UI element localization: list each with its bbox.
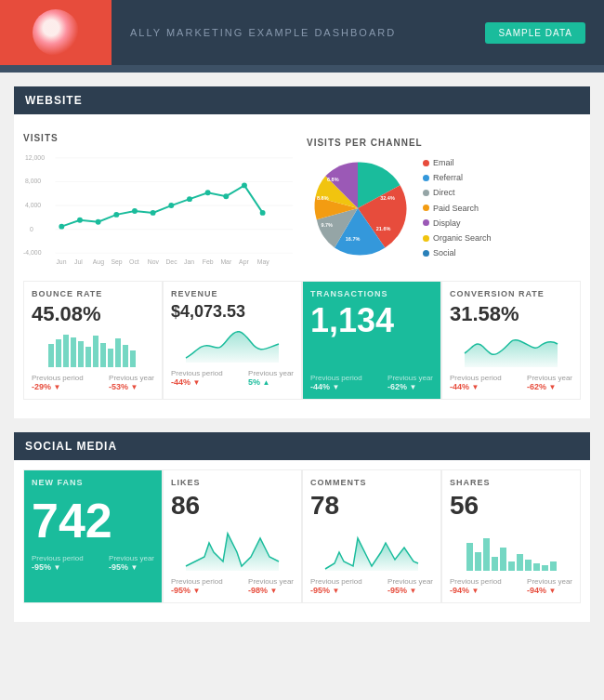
revenue-chart (171, 325, 294, 363)
svg-text:Nov: Nov (148, 258, 160, 265)
svg-rect-62 (550, 561, 557, 571)
svg-point-29 (187, 196, 192, 202)
svg-text:0: 0 (30, 226, 33, 232)
svg-text:6.8%: 6.8% (327, 177, 339, 182)
shares-value: 56 (450, 491, 572, 521)
conversion-chart (450, 330, 572, 367)
bounce-rate-footer: Previous period -29% ▼ Previous year -53… (32, 374, 154, 391)
svg-text:Jan: Jan (184, 258, 194, 265)
likes-value: 86 (171, 491, 294, 521)
svg-text:8.8%: 8.8% (317, 195, 329, 201)
likes-chart (171, 524, 294, 571)
shares-label: SHARES (450, 478, 572, 487)
likes-card: LIKES 86 Previous period (163, 469, 302, 603)
svg-rect-41 (56, 339, 61, 367)
comments-value: 78 (310, 491, 433, 521)
pie-legend: Email Referral Direct Paid Search Displa… (423, 155, 492, 260)
svg-rect-45 (85, 347, 91, 367)
comments-chart (310, 524, 433, 571)
new-fans-label: NEW FANS (32, 478, 154, 487)
svg-rect-49 (115, 338, 121, 367)
svg-text:16.7%: 16.7% (346, 236, 361, 242)
shares-chart (450, 524, 572, 571)
svg-rect-43 (71, 337, 76, 367)
svg-text:12,000: 12,000 (25, 154, 45, 161)
svg-point-31 (223, 193, 229, 199)
svg-text:Jun: Jun (56, 258, 66, 265)
svg-text:May: May (257, 258, 270, 266)
svg-rect-56 (500, 548, 506, 571)
revenue-card: REVENUE $4,073.53 Previous period (163, 281, 302, 400)
social-section-header: SOCIAL MEDIA (14, 432, 590, 460)
svg-point-22 (59, 224, 64, 230)
svg-text:4,000: 4,000 (25, 202, 41, 208)
website-section-header: WEBSITE (14, 86, 590, 114)
likes-footer: Previous period -95% ▼ Previous year -98… (171, 577, 294, 595)
svg-text:-4,000: -4,000 (23, 249, 42, 256)
svg-point-27 (151, 210, 156, 216)
pie-chart-area: VISITS PER CHANNEL (307, 133, 581, 271)
revenue-label: REVENUE (171, 289, 294, 298)
transactions-value: 1,134 (310, 302, 433, 339)
svg-rect-50 (123, 345, 128, 367)
conversion-rate-card: CONVERSION RATE 31.58% Previous period (441, 281, 581, 400)
svg-rect-61 (542, 565, 548, 571)
svg-text:8,000: 8,000 (25, 178, 41, 184)
conv-prev-year-change: -62% ▼ (527, 382, 572, 391)
bounce-rate-label: BOUNCE RATE (32, 289, 154, 298)
svg-rect-54 (483, 538, 490, 571)
svg-text:21.6%: 21.6% (376, 226, 391, 231)
svg-rect-48 (108, 349, 113, 367)
comments-label: COMMENTS (310, 478, 433, 487)
svg-point-30 (205, 190, 211, 195)
svg-text:Apr: Apr (239, 258, 249, 266)
svg-rect-44 (78, 341, 84, 367)
svg-point-26 (132, 208, 138, 214)
shares-footer: Previous period -94% ▼ Previous year -94… (450, 577, 572, 595)
svg-text:Oct: Oct (129, 258, 139, 265)
header: ALLY MARKETING EXAMPLE DASHBOARD SAMPLE … (0, 0, 604, 65)
visits-chart-area: VISITS 12,000 8,000 4,000 0 -4,000 Jun (23, 133, 297, 271)
conversion-rate-label: CONVERSION RATE (450, 289, 572, 298)
svg-rect-55 (492, 557, 498, 571)
bounce-rate-value: 45.08% (32, 302, 154, 326)
revenue-prev-year-change: 5% ▲ (248, 377, 294, 387)
svg-rect-47 (100, 343, 106, 367)
metrics-row: BOUNCE RATE 45.08% (23, 281, 581, 400)
comments-card: COMMENTS 78 Previous period (302, 469, 441, 603)
logo-area (0, 0, 112, 65)
trans-prev-year-change: -62% ▼ (387, 382, 433, 391)
svg-rect-46 (93, 336, 98, 367)
revenue-footer: Previous period -44% ▼ Previous year 5% … (171, 369, 294, 387)
svg-text:32.4%: 32.4% (380, 195, 395, 201)
revenue-prev-period-change: -44% ▼ (171, 377, 223, 387)
svg-rect-40 (48, 344, 54, 367)
bounce-prev-year-change: -53% ▼ (109, 382, 154, 391)
svg-point-32 (242, 182, 247, 188)
social-metrics-row: NEW FANS 742 Previous period -95% ▼ Prev… (23, 469, 581, 603)
transactions-label: TRANSACTIONS (310, 289, 433, 298)
dashboard-title: ALLY MARKETING EXAMPLE DASHBOARD (130, 27, 485, 38)
website-section: WEBSITE VISITS 12,000 8,000 4,000 0 -4,0… (14, 86, 590, 418)
svg-point-28 (168, 203, 174, 208)
sample-data-button[interactable]: SAMPLE DATA (485, 22, 585, 44)
svg-text:9.7%: 9.7% (321, 221, 333, 227)
social-section: SOCIAL MEDIA NEW FANS 742 Previous perio… (14, 432, 590, 622)
trans-prev-period-change: -44% ▼ (310, 382, 362, 391)
new-fans-card: NEW FANS 742 Previous period -95% ▼ Prev… (23, 469, 163, 603)
comments-footer: Previous period -95% ▼ Previous year -95… (310, 577, 433, 595)
pie-label: VISITS PER CHANNEL (307, 138, 581, 148)
pie-chart: 32.4% 21.6% 16.7% 9.7% 8.8% 6.8% (307, 157, 409, 259)
svg-rect-57 (508, 561, 515, 571)
svg-rect-58 (517, 554, 523, 571)
svg-rect-53 (475, 552, 481, 571)
svg-point-23 (77, 218, 83, 223)
svg-point-24 (96, 219, 101, 225)
conversion-rate-value: 31.58% (450, 302, 572, 326)
pie-wrapper: 32.4% 21.6% 16.7% 9.7% 8.8% 6.8% Email R… (307, 155, 581, 260)
svg-rect-51 (130, 350, 136, 367)
svg-text:Feb: Feb (203, 258, 214, 265)
logo-icon (33, 9, 79, 56)
svg-text:Dec: Dec (165, 258, 177, 265)
new-fans-footer: Previous period -95% ▼ Previous year -95… (32, 554, 154, 572)
